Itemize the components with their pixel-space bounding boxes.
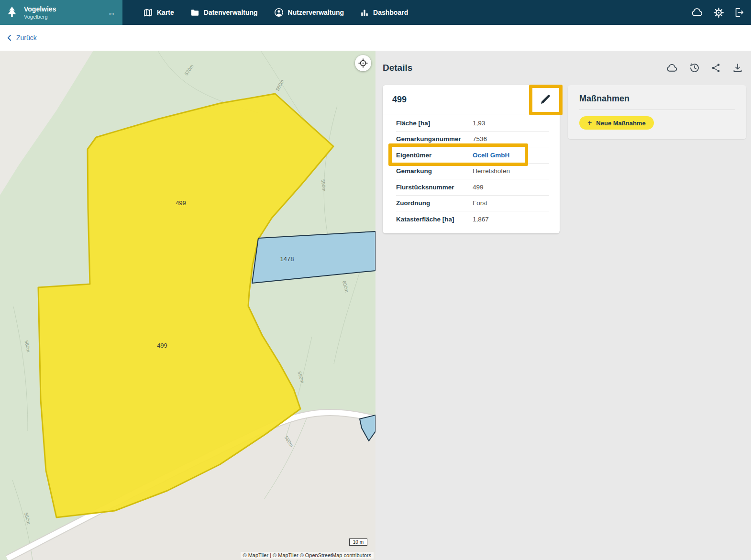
plus-icon: + (587, 119, 592, 127)
neue-massnahme-label: Neue Maßnahme (596, 120, 645, 127)
org-subtitle: Vogelberg (24, 13, 56, 20)
history-icon[interactable] (689, 62, 700, 74)
map-scale-bar: 10 m (349, 538, 367, 546)
content: 570m 580m 590m 600m 560m 590m 580m 560m … (0, 51, 751, 560)
row-label: Katasterfläche [ha] (396, 216, 473, 223)
logout-icon[interactable] (734, 7, 744, 18)
locate-button[interactable] (355, 55, 371, 71)
details-header-actions (666, 62, 743, 74)
chevron-left-icon (6, 34, 13, 42)
table-row: Gemarkungsnummer 7536 (396, 132, 549, 148)
user-icon (274, 8, 284, 17)
row-label: Zuordnung (396, 199, 473, 207)
nav-item-datenverwaltung[interactable]: Datenverwaltung (190, 8, 258, 17)
parcel-attribute-rows: Fläche [ha] 1,93 Gemarkungsnummer 7536 E… (383, 114, 560, 233)
nav-label: Dashboard (373, 9, 408, 16)
nav-label: Karte (157, 9, 174, 16)
app-logo-tree-icon (5, 5, 19, 20)
parcel-label-1478: 1478 (280, 255, 294, 263)
eigentumer-value-link[interactable]: Ocell GmbH (473, 152, 509, 159)
parcel-details-card: 499 Fläche [ha] 1,93 Gemarkungsnummer (383, 85, 560, 233)
massnahmen-card: Maßnahmen + Neue Maßnahme (568, 85, 746, 139)
row-label: Flurstücksnummer (396, 184, 473, 191)
top-navbar: Vogelwies Vogelberg ↔ Karte Datenverwalt… (0, 0, 751, 25)
map-attribution[interactable]: © MapTiler | © MapTiler © OpenStreetMap … (241, 552, 374, 559)
download-icon[interactable] (732, 62, 743, 74)
org-text: Vogelwies Vogelberg (24, 5, 56, 20)
cloud-icon[interactable] (691, 6, 704, 19)
map-icon (144, 8, 153, 17)
navbar-right-actions (691, 0, 751, 25)
cloud-sync-icon[interactable] (666, 62, 678, 74)
table-row: Gemarkung Herretshofen (396, 164, 549, 180)
parcel-label-499-upper: 499 (176, 199, 186, 207)
details-cards: 499 Fläche [ha] 1,93 Gemarkungsnummer (376, 85, 751, 233)
locate-crosshair-icon (358, 58, 368, 68)
org-name: Vogelwies (24, 5, 56, 13)
row-value: 1,867 (473, 216, 489, 223)
massnahmen-divider (579, 110, 735, 110)
row-value: 1,93 (473, 120, 485, 127)
nav-item-dashboard[interactable]: Dashboard (360, 8, 408, 17)
back-link[interactable]: Zurück (6, 34, 37, 42)
back-label: Zurück (16, 34, 37, 42)
map-canvas[interactable]: 570m 580m 590m 600m 560m 590m 580m 560m … (0, 51, 376, 560)
row-value: 499 (473, 184, 484, 191)
table-row: Katasterfläche [ha] 1,867 (396, 211, 549, 228)
sidebar-collapse-icon[interactable]: ↔ (107, 8, 116, 18)
settings-gear-icon[interactable] (713, 7, 724, 18)
nav-item-karte[interactable]: Karte (144, 8, 174, 17)
row-value: Forst (473, 199, 487, 207)
details-header: Details (376, 51, 751, 85)
org-switcher[interactable]: Vogelwies Vogelberg ↔ (0, 0, 122, 25)
details-panel: Details 499 (376, 51, 751, 560)
neue-massnahme-button[interactable]: + Neue Maßnahme (579, 116, 654, 130)
parcel-label-499-lower: 499 (157, 342, 167, 349)
parcel-card-title: 499 (392, 95, 407, 105)
row-label: Fläche [ha] (396, 120, 473, 127)
edit-parcel-button[interactable] (535, 89, 556, 110)
parcel-card-header: 499 (383, 85, 560, 114)
nav-label: Nutzerverwaltung (288, 9, 344, 16)
row-label: Gemarkungsnummer (396, 135, 473, 143)
pencil-icon (540, 94, 551, 105)
row-label: Gemarkung (396, 167, 473, 175)
nav-label: Datenverwaltung (204, 9, 258, 16)
folder-icon (190, 8, 199, 17)
share-icon[interactable] (711, 63, 721, 73)
details-title: Details (383, 63, 412, 73)
nav-item-nutzerverwaltung[interactable]: Nutzerverwaltung (274, 8, 344, 17)
main-nav: Karte Datenverwaltung Nutzerverwaltung D… (144, 0, 408, 25)
table-row: Zuordnung Forst (396, 196, 549, 212)
table-row: Flurstücksnummer 499 (396, 179, 549, 196)
massnahmen-title: Maßnahmen (579, 94, 735, 104)
table-row: Fläche [ha] 1,93 (396, 115, 549, 132)
row-value: Herretshofen (473, 167, 510, 175)
row-value: 7536 (473, 135, 487, 143)
back-bar: Zurück (0, 25, 751, 51)
map[interactable]: 570m 580m 590m 600m 560m 590m 580m 560m … (0, 51, 376, 560)
table-row-eigentumer: Eigentümer Ocell GmbH (396, 147, 549, 164)
row-label: Eigentümer (396, 152, 473, 159)
bar-chart-icon (360, 8, 369, 17)
